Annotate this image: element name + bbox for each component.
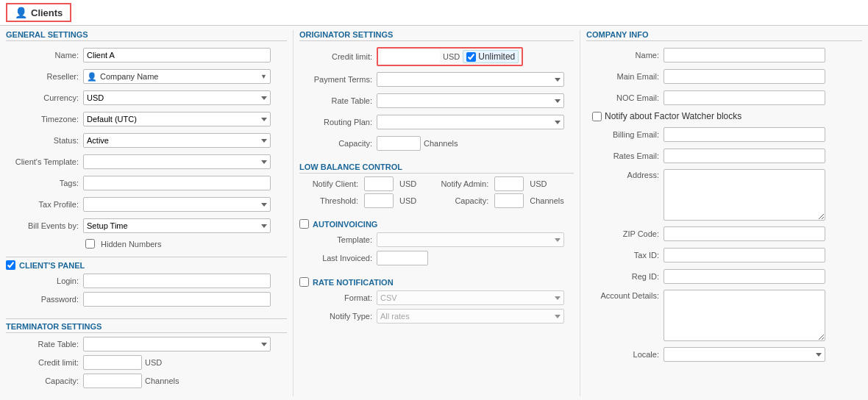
orig-rate-table-row: Rate Table: <box>299 93 574 109</box>
orig-channels-label: Channels <box>424 139 458 148</box>
notify-type-label: Notify Type: <box>299 312 377 321</box>
name-row: Name: <box>6 47 287 63</box>
term-rate-table-label: Rate Table: <box>6 340 83 349</box>
notify-watcher-checkbox[interactable] <box>592 112 602 121</box>
ci-billing-email-label: Billing Email: <box>586 130 664 139</box>
ci-main-email-input[interactable] <box>664 69 825 84</box>
hidden-numbers-row: Hidden Numbers <box>85 239 287 249</box>
term-credit-row: Credit limit: USD <box>6 354 287 371</box>
status-select[interactable]: Active <box>83 133 271 148</box>
reseller-label: Reseller: <box>6 72 83 81</box>
ci-name-row: Name: <box>586 47 862 63</box>
hidden-numbers-checkbox[interactable] <box>85 239 95 249</box>
login-row: Login: <box>6 273 287 289</box>
lb-notify-admin-input[interactable] <box>494 176 524 191</box>
rate-notification-checkbox[interactable] <box>299 277 309 287</box>
ci-reg-id-label: Reg ID: <box>586 272 664 281</box>
term-credit-input[interactable] <box>83 355 142 370</box>
template-row: Template: <box>299 232 574 248</box>
rate-notification-header: RATE NOTIFICATION <box>299 277 574 287</box>
term-capacity-label: Capacity: <box>6 376 83 385</box>
tags-input[interactable] <box>83 176 271 190</box>
ci-account-details-textarea[interactable] <box>664 290 825 341</box>
bill-events-select[interactable]: Setup Time <box>83 218 271 233</box>
ci-tax-id-input[interactable] <box>664 248 825 262</box>
format-select[interactable]: CSV <box>377 290 564 305</box>
routing-plan-select[interactable] <box>377 115 564 129</box>
orig-capacity-input[interactable] <box>377 136 421 151</box>
payment-terms-label: Payment Terms: <box>299 75 377 84</box>
reseller-icon: 👤 <box>87 72 97 82</box>
orig-capacity-row: Capacity: Channels <box>299 135 574 151</box>
ci-main-email-row: Main Email: <box>586 68 862 85</box>
lb-channels-label: Channels <box>530 196 563 205</box>
payment-terms-select[interactable] <box>377 72 564 87</box>
clients-panel-section: CLIENT'S PANEL Login: Password: <box>6 257 287 310</box>
ci-address-textarea[interactable] <box>664 169 825 221</box>
orig-rate-table-label: Rate Table: <box>299 96 377 105</box>
terminator-settings-section: TERMINATOR SETTINGS Rate Table: Credit l… <box>6 318 287 391</box>
clients-panel-checkbox[interactable] <box>6 260 15 270</box>
clients-template-label: Client's Template: <box>6 157 83 166</box>
reseller-select[interactable]: 👤 Company Name ▼ <box>83 69 271 84</box>
clients-tab[interactable]: 👤 Clients <box>6 3 71 22</box>
term-rate-table-select[interactable] <box>83 337 271 351</box>
clients-template-select[interactable] <box>83 154 271 169</box>
notify-watcher-row: Notify about Factor Watcher blocks <box>586 111 862 121</box>
ci-rates-email-input[interactable] <box>664 149 825 163</box>
ci-name-input[interactable] <box>664 48 825 63</box>
term-capacity-input[interactable] <box>83 374 142 388</box>
ci-billing-email-input[interactable] <box>664 127 825 142</box>
lb-notify-client-input[interactable] <box>364 176 394 191</box>
notify-type-select[interactable]: All rates <box>377 309 564 324</box>
format-label: Format: <box>299 293 377 302</box>
currency-select[interactable]: USD <box>83 90 271 105</box>
chevron-down-icon: ▼ <box>260 73 267 80</box>
ci-main-email-label: Main Email: <box>586 72 664 81</box>
tags-label: Tags: <box>6 179 83 188</box>
ci-noc-email-input[interactable] <box>664 90 825 105</box>
low-balance-section: LOW BALANCE CONTROL Notify Client: USD N… <box>299 162 574 210</box>
routing-plan-label: Routing Plan: <box>299 118 377 126</box>
password-input[interactable] <box>83 292 271 307</box>
autoinvoicing-section: AUTOINVOICING Template: Last Invoiced: <box>299 219 574 268</box>
clients-panel-header: CLIENT'S PANEL <box>6 260 287 270</box>
credit-limit-input[interactable] <box>381 50 440 63</box>
lb-threshold-input[interactable] <box>364 193 394 208</box>
orig-rate-table-select[interactable] <box>377 93 564 108</box>
currency-label: Currency: <box>6 93 83 102</box>
ci-locale-row: Locale: <box>586 346 862 362</box>
notify-watcher-label: Notify about Factor Watcher blocks <box>605 111 741 121</box>
last-invoiced-input[interactable] <box>377 251 428 265</box>
ci-rates-email-row: Rates Email: <box>586 148 862 164</box>
tax-profile-select[interactable] <box>83 197 271 212</box>
unlimited-checkbox[interactable] <box>466 52 476 62</box>
right-column: COMPANY INFO Name: Main Email: NOC Email… <box>580 30 862 396</box>
ci-reg-id-input[interactable] <box>664 269 825 284</box>
tax-profile-row: Tax Profile: <box>6 196 287 213</box>
template-select[interactable] <box>377 232 564 247</box>
header-bar: 👤 Clients <box>0 0 868 26</box>
credit-limit-label: Credit limit: <box>299 52 377 61</box>
name-input[interactable] <box>83 48 271 63</box>
autoinvoicing-checkbox[interactable] <box>299 219 309 229</box>
reseller-value: Company Name <box>100 72 158 81</box>
lb-usd1: USD <box>399 179 416 188</box>
lb-capacity-input[interactable] <box>494 193 524 208</box>
bill-events-row: Bill Events by: Setup Time <box>6 218 287 234</box>
format-row: Format: CSV <box>299 290 574 306</box>
ci-tax-id-row: Tax ID: <box>586 247 862 263</box>
clients-panel-title: CLIENT'S PANEL <box>19 261 85 270</box>
hidden-numbers-label: Hidden Numbers <box>101 240 162 249</box>
name-label: Name: <box>6 51 83 60</box>
timezone-select[interactable]: Default (UTC) <box>83 112 271 126</box>
ci-zip-input[interactable] <box>664 226 825 241</box>
ci-locale-select[interactable] <box>664 347 825 362</box>
clients-template-row: Client's Template: <box>6 154 287 170</box>
term-channels-label: Channels <box>145 376 179 385</box>
lb-usd3: USD <box>399 196 416 205</box>
login-input[interactable] <box>83 274 271 288</box>
payment-terms-row: Payment Terms: <box>299 71 574 88</box>
terminator-settings-title: TERMINATOR SETTINGS <box>6 322 287 333</box>
password-label: Password: <box>6 295 83 304</box>
